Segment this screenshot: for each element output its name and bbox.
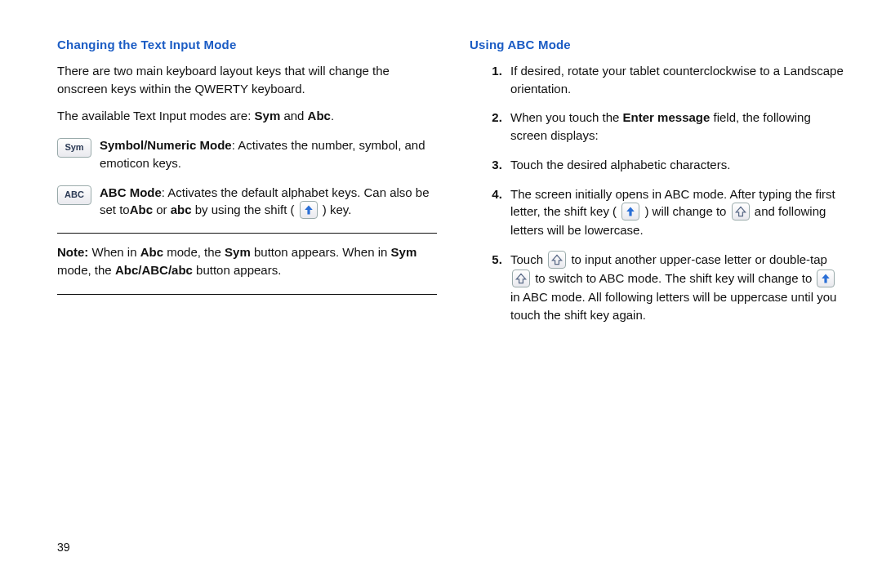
divider	[57, 294, 437, 295]
list-item: Touch the desired alphabetic characters.	[506, 156, 849, 174]
list-item: Touch to input another upper-case letter…	[506, 251, 849, 324]
heading-changing-mode: Changing the Text Input Mode	[57, 36, 437, 54]
abc-mode-row: ABC ABC Mode: Activates the default alph…	[57, 184, 437, 220]
shift-up-outline-icon	[548, 251, 566, 269]
shift-up-outline-icon	[512, 270, 530, 287]
divider	[57, 233, 437, 234]
list-item: When you touch the Enter message field, …	[506, 109, 849, 145]
sym-mode-row: Sym Symbol/Numeric Mode: Activates the n…	[57, 136, 437, 172]
sym-key-icon: Sym	[57, 138, 91, 158]
page-number: 39	[57, 539, 70, 555]
right-column: Using ABC Mode If desired, rotate your t…	[470, 36, 849, 336]
shift-up-blue-icon	[300, 201, 318, 219]
shift-up-outline-icon	[732, 203, 750, 220]
list-item: The screen initially opens in ABC mode. …	[506, 185, 849, 240]
modes-available: The available Text Input modes are: Sym …	[57, 107, 437, 125]
shift-up-blue-icon	[621, 203, 639, 220]
list-item: If desired, rotate your tablet countercl…	[506, 62, 849, 98]
shift-up-blue-icon	[817, 270, 835, 287]
steps-list: If desired, rotate your tablet countercl…	[470, 62, 849, 324]
intro-paragraph: There are two main keyboard layout keys …	[57, 62, 437, 98]
note-text: Note: When in Abc mode, the Sym button a…	[57, 240, 437, 284]
abc-key-icon: ABC	[57, 185, 91, 205]
left-column: Changing the Text Input Mode There are t…	[57, 36, 437, 336]
heading-using-abc: Using ABC Mode	[470, 36, 849, 54]
